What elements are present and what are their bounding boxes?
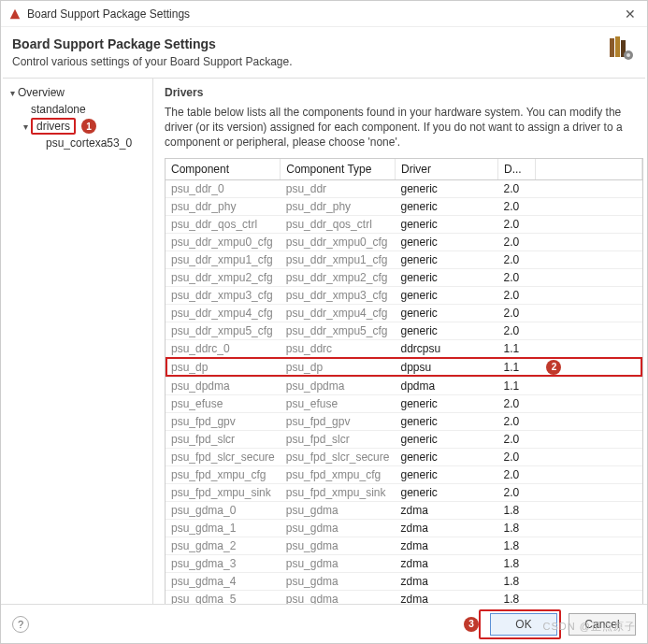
cell-driver[interactable]: generic xyxy=(395,430,497,448)
cell-driver[interactable]: zdma xyxy=(395,519,497,537)
ok-button[interactable]: OK xyxy=(490,613,557,636)
cell-version[interactable]: 1.8 xyxy=(497,537,535,554)
body: ▾ Overview standalone ▾ drivers 1 psu_co… xyxy=(1,79,647,623)
cell-component: psu_fpd_slcr_secure xyxy=(166,448,281,465)
cell-version[interactable]: 2.0 xyxy=(497,250,535,268)
tree-item-overview[interactable]: ▾ Overview xyxy=(5,84,149,101)
table-row[interactable]: psu_ddr_qos_ctrlpsu_ddr_qos_ctrlgeneric2… xyxy=(166,215,642,233)
cell-driver[interactable]: generic xyxy=(395,233,497,250)
cell-spacer xyxy=(535,233,641,250)
cell-spacer xyxy=(535,179,641,197)
cell-version[interactable]: 2.0 xyxy=(497,412,535,430)
cell-spacer xyxy=(535,537,641,554)
cell-driver[interactable]: zdma xyxy=(395,554,497,572)
cell-driver[interactable]: generic xyxy=(395,322,497,339)
cell-version[interactable]: 2.0 xyxy=(497,179,535,197)
table-row[interactable]: psu_gdma_2psu_gdmazdma1.8 xyxy=(166,537,642,554)
cell-driver[interactable]: zdma xyxy=(395,572,497,590)
table-row[interactable]: psu_gdma_0psu_gdmazdma1.8 xyxy=(166,501,642,519)
cell-version[interactable]: 1.1 xyxy=(497,339,535,357)
cell-driver[interactable]: generic xyxy=(395,394,497,412)
cell-driver[interactable]: dpdma xyxy=(395,377,497,394)
cell-component: psu_fpd_gpv xyxy=(166,412,281,430)
table-row[interactable]: psu_ddr_xmpu3_cfgpsu_ddr_xmpu3_cfggeneri… xyxy=(166,286,642,304)
annotation-badge-3: 3 xyxy=(464,617,479,632)
cell-version[interactable]: 2.0 xyxy=(497,394,535,412)
close-icon[interactable]: ✕ xyxy=(621,7,640,21)
cell-driver[interactable]: zdma xyxy=(395,537,497,554)
table-row[interactable]: psu_ddr_xmpu0_cfgpsu_ddr_xmpu0_cfggeneri… xyxy=(166,233,642,250)
cell-driver[interactable]: generic xyxy=(395,250,497,268)
tree-item-drivers[interactable]: ▾ drivers 1 xyxy=(5,118,149,135)
table-row[interactable]: psu_fpd_slcrpsu_fpd_slcrgeneric2.0 xyxy=(166,430,642,448)
cell-driver[interactable]: generic xyxy=(395,412,497,430)
col-version[interactable]: D... xyxy=(497,159,535,180)
footer: ? 3 OK Cancel CSDN @正点原子 xyxy=(1,604,647,643)
cell-version[interactable]: 1.8 xyxy=(497,519,535,537)
table-row[interactable]: psu_efusepsu_efusegeneric2.0 xyxy=(166,394,642,412)
cell-driver[interactable]: generic xyxy=(395,286,497,304)
books-icon xyxy=(606,33,636,63)
col-component[interactable]: Component xyxy=(166,159,281,180)
cell-spacer xyxy=(535,572,641,590)
cell-version[interactable]: 2.0 xyxy=(497,215,535,233)
cell-version[interactable]: 2.0 xyxy=(497,197,535,215)
cell-version[interactable]: 1.8 xyxy=(497,501,535,519)
table-row[interactable]: psu_ddr_xmpu2_cfgpsu_ddr_xmpu2_cfggeneri… xyxy=(166,268,642,286)
cell-version[interactable]: 1.1 xyxy=(497,357,535,377)
table-row[interactable]: psu_ddr_xmpu1_cfgpsu_ddr_xmpu1_cfggeneri… xyxy=(166,250,642,268)
cancel-button[interactable]: Cancel xyxy=(569,613,636,636)
cell-driver[interactable]: ddrcpsu xyxy=(395,339,497,357)
table-row[interactable]: psu_fpd_xmpu_sinkpsu_fpd_xmpu_sinkgeneri… xyxy=(166,483,642,501)
tree-label: drivers xyxy=(31,118,76,135)
help-icon[interactable]: ? xyxy=(12,616,29,633)
cell-driver[interactable]: generic xyxy=(395,215,497,233)
cell-version[interactable]: 2.0 xyxy=(497,286,535,304)
cell-spacer xyxy=(535,286,641,304)
cell-version[interactable]: 2.0 xyxy=(497,483,535,501)
svg-rect-0 xyxy=(610,38,614,57)
cell-driver[interactable]: generic xyxy=(395,483,497,501)
cell-driver[interactable]: generic xyxy=(395,179,497,197)
cell-type: psu_dpdma xyxy=(281,377,396,394)
cell-driver[interactable]: generic xyxy=(395,465,497,483)
table-row[interactable]: psu_ddrc_0psu_ddrcddrcpsu1.1 xyxy=(166,339,642,357)
cell-driver[interactable]: generic xyxy=(395,448,497,465)
table-row[interactable]: psu_gdma_4psu_gdmazdma1.8 xyxy=(166,572,642,590)
drivers-table-scroll[interactable]: Component Component Type Driver D... psu… xyxy=(166,159,642,622)
cell-type: psu_ddr_xmpu1_cfg xyxy=(281,250,396,268)
table-row[interactable]: psu_ddr_xmpu5_cfgpsu_ddr_xmpu5_cfggeneri… xyxy=(166,322,642,339)
cell-spacer xyxy=(535,554,641,572)
col-driver[interactable]: Driver xyxy=(395,159,497,180)
table-row[interactable]: psu_fpd_xmpu_cfgpsu_fpd_xmpu_cfggeneric2… xyxy=(166,465,642,483)
cell-version[interactable]: 2.0 xyxy=(497,268,535,286)
table-row[interactable]: psu_ddr_0psu_ddrgeneric2.0 xyxy=(166,179,642,197)
cell-version[interactable]: 2.0 xyxy=(497,430,535,448)
cell-version[interactable]: 2.0 xyxy=(497,233,535,250)
cell-version[interactable]: 2.0 xyxy=(497,322,535,339)
cell-version[interactable]: 2.0 xyxy=(497,448,535,465)
tree-item-cortex[interactable]: psu_cortexa53_0 xyxy=(5,135,149,151)
cell-version[interactable]: 2.0 xyxy=(497,465,535,483)
cell-driver[interactable]: dppsu xyxy=(395,357,497,377)
cell-driver[interactable]: generic xyxy=(395,268,497,286)
table-row[interactable]: psu_gdma_3psu_gdmazdma1.8 xyxy=(166,554,642,572)
cell-driver[interactable]: zdma xyxy=(395,501,497,519)
col-type[interactable]: Component Type xyxy=(281,159,396,180)
table-row[interactable]: psu_dpdmapsu_dpdmadpdma1.1 xyxy=(166,377,642,394)
table-row[interactable]: psu_ddr_phypsu_ddr_phygeneric2.0 xyxy=(166,197,642,215)
table-row[interactable]: psu_ddr_xmpu4_cfgpsu_ddr_xmpu4_cfggeneri… xyxy=(166,304,642,322)
cell-version[interactable]: 1.8 xyxy=(497,572,535,590)
table-row[interactable]: psu_gdma_1psu_gdmazdma1.8 xyxy=(166,519,642,537)
cell-version[interactable]: 1.1 xyxy=(497,377,535,394)
cell-version[interactable]: 1.8 xyxy=(497,554,535,572)
table-row[interactable]: psu_fpd_gpvpsu_fpd_gpvgeneric2.0 xyxy=(166,412,642,430)
app-icon xyxy=(8,7,22,21)
table-row[interactable]: psu_dppsu_dpdppsu1.12 xyxy=(166,357,642,377)
table-row[interactable]: psu_fpd_slcr_securepsu_fpd_slcr_securege… xyxy=(166,448,642,465)
cell-driver[interactable]: generic xyxy=(395,197,497,215)
tree-item-standalone[interactable]: standalone xyxy=(5,101,149,118)
cell-driver[interactable]: generic xyxy=(395,304,497,322)
cell-component: psu_gdma_0 xyxy=(166,501,281,519)
cell-version[interactable]: 2.0 xyxy=(497,304,535,322)
